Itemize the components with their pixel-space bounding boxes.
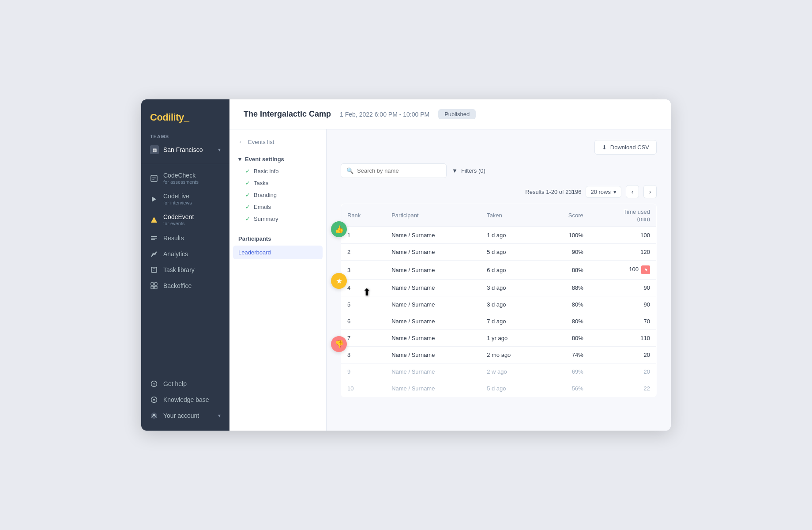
codeevent-sub: for events xyxy=(163,221,194,226)
svg-rect-13 xyxy=(154,283,157,285)
knowledgebase-label: Knowledge base xyxy=(163,396,209,403)
rows-select[interactable]: 20 rows ▾ xyxy=(586,186,621,198)
menu-item-emails[interactable]: ✓ Emails xyxy=(238,201,317,213)
codechesk-icon xyxy=(150,174,158,182)
table-row[interactable]: 3Name / Surname6 d ago88%100⚑ xyxy=(341,261,657,280)
table-row[interactable]: 10Name / Surname5 d ago56%22 xyxy=(341,380,657,397)
prev-page-button[interactable]: ‹ xyxy=(626,185,639,198)
filter-button[interactable]: ▼ Filters (0) xyxy=(452,166,485,176)
team-selector[interactable]: ▦ San Francisco ▾ xyxy=(141,143,229,162)
cell-taken: 6 d ago xyxy=(481,261,543,280)
pagination-row: Results 1-20 of 23196 20 rows ▾ ‹ › xyxy=(341,185,657,198)
svg-rect-2 xyxy=(152,179,154,180)
back-link[interactable]: ← Events list xyxy=(229,138,326,152)
svg-rect-1 xyxy=(152,178,156,178)
leaderboard-label: Leaderboard xyxy=(238,249,271,256)
codelive-sub: for interviews xyxy=(163,200,192,205)
cell-rank: 7 xyxy=(341,330,386,347)
search-input[interactable] xyxy=(357,167,441,174)
event-date: 1 Feb, 2022 6:00 PM - 10:00 PM xyxy=(340,111,429,118)
table-row[interactable]: 4Name / Surname3 d ago88%90 xyxy=(341,280,657,296)
event-settings-header[interactable]: ▾ Event settings xyxy=(238,156,317,163)
menu-item-basicinfo[interactable]: ✓ Basic info xyxy=(238,165,317,177)
table-row[interactable]: 6Name / Surname7 d ago80%70 xyxy=(341,313,657,330)
sidebar-item-codelive[interactable]: CodeLive for interviews xyxy=(141,189,229,209)
basicinfo-label: Basic info xyxy=(254,168,278,174)
download-csv-button[interactable]: ⬇ Download CSV xyxy=(594,140,657,155)
sidebar-item-youraccount[interactable]: Your account ▾ xyxy=(141,408,229,424)
table-row[interactable]: 7Name / Surname1 yr ago80%110 xyxy=(341,330,657,347)
table-row[interactable]: 9Name / Surname2 w ago69%20 xyxy=(341,363,657,380)
svg-rect-10 xyxy=(153,269,155,269)
cell-score: 56% xyxy=(543,380,590,397)
svg-rect-7 xyxy=(151,239,155,240)
event-title: The Intergalactic Camp xyxy=(244,110,331,119)
codeevent-label: CodeEvent xyxy=(163,213,194,220)
cell-score: 100% xyxy=(543,227,590,244)
cell-taken: 1 d ago xyxy=(481,227,543,244)
svg-point-19 xyxy=(153,399,155,401)
check-icon-branding: ✓ xyxy=(245,192,250,198)
cell-participant: Name / Surname xyxy=(385,380,481,397)
panel-top-row: ⬇ Download CSV xyxy=(341,140,657,155)
branding-label: Branding xyxy=(254,192,277,198)
codelive-label: CodeLive xyxy=(163,193,192,200)
cell-rank: 2 xyxy=(341,244,386,261)
cell-score: 80% xyxy=(543,313,590,330)
sidebar-item-knowledgebase[interactable]: Knowledge base xyxy=(141,392,229,408)
table-row[interactable]: 5Name / Surname3 d ago80%90 xyxy=(341,296,657,313)
download-icon: ⬇ xyxy=(602,144,607,151)
status-badge: Published xyxy=(438,109,476,119)
table-row[interactable]: 1Name / Surname1 d ago100%100 xyxy=(341,227,657,244)
cell-participant: Name / Surname xyxy=(385,244,481,261)
cell-score: 80% xyxy=(543,330,590,347)
team-name: San Francisco xyxy=(163,146,203,153)
menu-item-tasks[interactable]: ✓ Tasks xyxy=(238,177,317,189)
emails-label: Emails xyxy=(254,204,271,210)
results-label: Results xyxy=(163,235,184,242)
youraccount-icon xyxy=(150,412,158,420)
sidebar-item-results[interactable]: Results xyxy=(141,230,229,246)
menu-item-leaderboard[interactable]: Leaderboard xyxy=(233,246,323,259)
cell-participant: Name / Surname xyxy=(385,363,481,380)
table-row[interactable]: 8Name / Surname2 mo ago74%20 xyxy=(341,347,657,363)
table-header-row: Rank Participant Taken Score Time used(m… xyxy=(341,204,657,227)
cell-taken: 2 mo ago xyxy=(481,347,543,363)
col-rank: Rank xyxy=(341,204,386,227)
analytics-label: Analytics xyxy=(163,250,188,257)
teams-label: Teams xyxy=(141,134,229,143)
sidebar-item-codechesk[interactable]: CodeCheck for assessments xyxy=(141,168,229,189)
filter-label: Filters (0) xyxy=(461,167,485,174)
menu-item-summary[interactable]: ✓ Summary xyxy=(238,213,317,225)
logo: Codility_ xyxy=(141,99,229,134)
youraccount-label: Your account xyxy=(163,412,199,419)
table-row[interactable]: 2Name / Surname5 d ago90%120 xyxy=(341,244,657,261)
col-score: Score xyxy=(543,204,590,227)
codelive-icon xyxy=(150,195,158,203)
cell-taken: 1 yr ago xyxy=(481,330,543,347)
gethelp-label: Get help xyxy=(163,380,187,387)
download-csv-label: Download CSV xyxy=(610,144,649,151)
sidebar-item-codeevent[interactable]: CodeEvent for events xyxy=(141,209,229,230)
svg-marker-8 xyxy=(151,252,157,257)
sidebar-divider xyxy=(141,164,229,164)
cell-time-used: 100⚑ xyxy=(590,261,657,280)
cell-rank: 9 xyxy=(341,363,386,380)
search-box[interactable]: 🔍 xyxy=(341,163,447,178)
sidebar-item-backoffice[interactable]: Backoffice xyxy=(141,278,229,294)
cell-rank: 5 xyxy=(341,296,386,313)
tasklibrary-icon xyxy=(150,266,158,274)
check-icon-summary: ✓ xyxy=(245,216,250,222)
participants-section-label: Participants xyxy=(229,228,326,246)
menu-item-branding[interactable]: ✓ Branding xyxy=(238,189,317,201)
cell-rank: 10 xyxy=(341,380,386,397)
next-page-button[interactable]: › xyxy=(643,185,657,198)
sidebar-item-tasklibrary[interactable]: Task library xyxy=(141,262,229,278)
cell-score: 88% xyxy=(543,261,590,280)
col-taken: Taken xyxy=(481,204,543,227)
back-arrow-icon: ← xyxy=(238,138,244,145)
cell-participant: Name / Surname xyxy=(385,313,481,330)
cell-rank: 4 xyxy=(341,280,386,296)
sidebar-item-analytics[interactable]: Analytics xyxy=(141,246,229,262)
sidebar-item-gethelp[interactable]: ? Get help xyxy=(141,376,229,392)
